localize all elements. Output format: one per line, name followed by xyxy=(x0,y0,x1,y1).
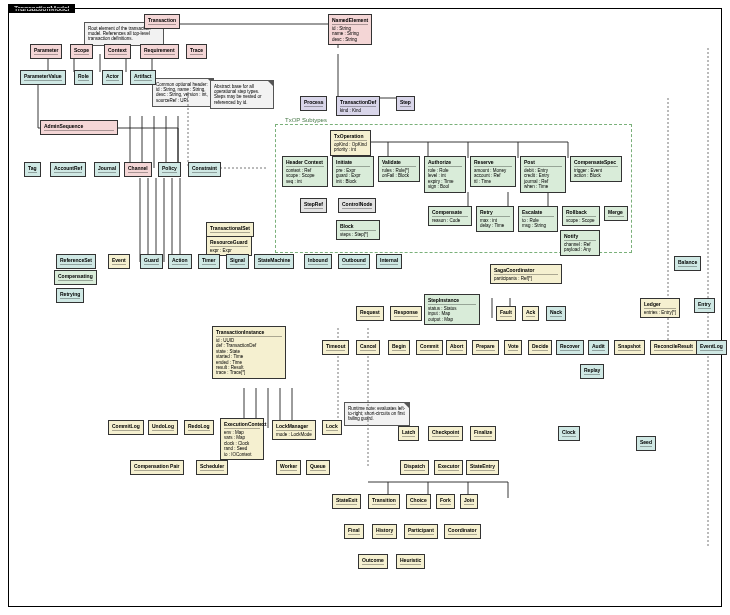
class-node[interactable]: Join xyxy=(460,494,478,509)
class-node[interactable]: Cancel xyxy=(356,340,380,355)
class-node[interactable]: Entry xyxy=(694,298,715,313)
class-node[interactable]: NamedElementid : Stringname : Stringdesc… xyxy=(328,14,372,45)
class-node[interactable]: Merge xyxy=(604,206,628,221)
class-node[interactable]: Prepare xyxy=(472,340,499,355)
class-node[interactable]: StepRef xyxy=(300,198,327,213)
class-node[interactable]: ExecutionContextenv : Mapvars : Mapclock… xyxy=(220,418,264,460)
class-node[interactable]: Audit xyxy=(588,340,609,355)
class-node[interactable]: Artifact xyxy=(130,70,156,85)
class-node[interactable]: Tag xyxy=(24,162,41,177)
class-node[interactable]: Policy xyxy=(158,162,181,177)
class-node[interactable]: EventLog xyxy=(696,340,727,355)
class-node[interactable]: Signal xyxy=(226,254,249,269)
class-node[interactable]: Scope xyxy=(70,44,93,59)
class-node[interactable]: Ledgerentries : Entry[*] xyxy=(640,298,680,318)
class-node[interactable]: Process xyxy=(300,96,327,111)
class-node[interactable]: Rollbackscope : Scope xyxy=(562,206,600,226)
class-node[interactable]: Abort xyxy=(446,340,467,355)
class-node[interactable]: Reserveamount : Moneyaccount : Refttl : … xyxy=(470,156,516,187)
class-node[interactable]: TransactionalSet xyxy=(206,222,254,237)
class-node[interactable]: StateExit xyxy=(332,494,361,509)
class-node[interactable]: Checkpoint xyxy=(428,426,463,441)
class-node[interactable]: Internal xyxy=(376,254,402,269)
class-node[interactable]: Snapshot xyxy=(614,340,645,355)
class-node[interactable]: Transition xyxy=(368,494,400,509)
class-node[interactable]: Request xyxy=(356,306,384,321)
class-node[interactable]: Timer xyxy=(198,254,220,269)
class-node[interactable]: TxOperationopKind : OpKindpriority : int xyxy=(330,130,371,156)
class-node[interactable]: ParameterValue xyxy=(20,70,66,85)
class-node[interactable]: Latch xyxy=(398,426,419,441)
class-node[interactable]: CommitLog xyxy=(108,420,144,435)
class-node[interactable]: CompensateSpectrigger : Eventaction : Bl… xyxy=(570,156,622,182)
class-node[interactable]: StateEntry xyxy=(466,460,499,475)
class-node[interactable]: Lock xyxy=(322,420,342,435)
class-node[interactable]: Vote xyxy=(504,340,522,355)
class-node[interactable]: Balance xyxy=(674,256,701,271)
class-node[interactable]: Dispatch xyxy=(400,460,429,475)
class-node[interactable]: Requirement xyxy=(140,44,179,59)
class-node[interactable]: Retrymax : intdelay : Time xyxy=(476,206,514,232)
class-node[interactable]: Fork xyxy=(436,494,455,509)
class-node[interactable]: Executor xyxy=(434,460,463,475)
class-node[interactable]: Channel xyxy=(124,162,152,177)
class-node[interactable]: Actor xyxy=(102,70,123,85)
class-node[interactable]: SagaCoordinatorparticipants : Ref[*] xyxy=(490,264,562,284)
class-node[interactable]: LockManagermode : LockMode xyxy=(272,420,316,440)
class-node[interactable]: Outbound xyxy=(338,254,370,269)
class-node[interactable]: RedoLog xyxy=(184,420,214,435)
class-node[interactable]: Timeout xyxy=(322,340,349,355)
class-node[interactable]: Finalize xyxy=(470,426,496,441)
class-node[interactable]: Scheduler xyxy=(196,460,228,475)
class-node[interactable]: ReconcileResult xyxy=(650,340,697,355)
class-node[interactable]: Participant xyxy=(404,524,438,539)
class-node[interactable]: Header Contextcontext : Refscope : Scope… xyxy=(282,156,328,187)
class-node[interactable]: Commit xyxy=(416,340,443,355)
class-node[interactable]: Compensatereason : Code xyxy=(428,206,472,226)
class-node[interactable]: Step xyxy=(396,96,415,111)
class-node[interactable]: AccountRef xyxy=(50,162,86,177)
class-node[interactable]: TransactionDefkind : Kind xyxy=(336,96,380,116)
class-node[interactable]: UndoLog xyxy=(148,420,178,435)
class-node[interactable]: Action xyxy=(168,254,192,269)
class-node[interactable]: Compensating xyxy=(54,270,97,285)
class-node[interactable]: Ack xyxy=(522,306,539,321)
class-node[interactable]: Response xyxy=(390,306,422,321)
class-node[interactable]: Outcome xyxy=(358,554,388,569)
class-node[interactable]: Fault xyxy=(496,306,516,321)
class-node[interactable]: History xyxy=(372,524,397,539)
class-node[interactable]: Parameter xyxy=(30,44,62,59)
class-node[interactable]: Heuristic xyxy=(396,554,425,569)
class-node[interactable]: Begin xyxy=(388,340,410,355)
class-node[interactable]: StepInstancestatus : Statusinput : Mapou… xyxy=(424,294,480,325)
class-node[interactable]: Journal xyxy=(94,162,120,177)
class-node[interactable]: Clock xyxy=(558,426,580,441)
class-node[interactable]: Authorizerole : Rolelevel : intexpiry : … xyxy=(424,156,466,193)
class-node[interactable]: Notifychannel : Refpayload : Any xyxy=(560,230,600,256)
class-node[interactable]: Postdebit : Entrycredit : Entryjournal :… xyxy=(520,156,566,193)
class-node[interactable]: TransactionInstanceid : UUIDdef : Transa… xyxy=(212,326,286,379)
class-node[interactable]: Coordinator xyxy=(444,524,481,539)
class-node[interactable]: Decide xyxy=(528,340,552,355)
class-node[interactable]: Retrying xyxy=(56,288,84,303)
class-node[interactable]: Constraint xyxy=(188,162,221,177)
class-node[interactable]: Event xyxy=(108,254,130,269)
class-node[interactable]: Inbound xyxy=(304,254,332,269)
class-node[interactable]: AdminSequence xyxy=(40,120,118,135)
class-node[interactable]: Context xyxy=(104,44,131,59)
class-node[interactable]: Compensation Pair xyxy=(130,460,184,475)
class-node[interactable]: Nack xyxy=(546,306,566,321)
class-node[interactable]: Trace xyxy=(186,44,207,59)
class-node[interactable]: Worker xyxy=(276,460,301,475)
class-node[interactable]: Escalateto : Rolemsg : String xyxy=(518,206,558,232)
class-node[interactable]: Final xyxy=(344,524,364,539)
class-node[interactable]: Transaction xyxy=(144,14,180,29)
class-node[interactable]: Guard xyxy=(140,254,163,269)
class-node[interactable]: ControlNode xyxy=(338,198,376,213)
class-node[interactable]: Choice xyxy=(406,494,431,509)
class-node[interactable]: ReferenceSet xyxy=(56,254,96,269)
class-node[interactable]: Seed xyxy=(636,436,656,451)
class-node[interactable]: Queue xyxy=(306,460,330,475)
class-node[interactable]: Validaterules : Rule[*]onFail : Block xyxy=(378,156,420,182)
class-node[interactable]: Recover xyxy=(556,340,584,355)
